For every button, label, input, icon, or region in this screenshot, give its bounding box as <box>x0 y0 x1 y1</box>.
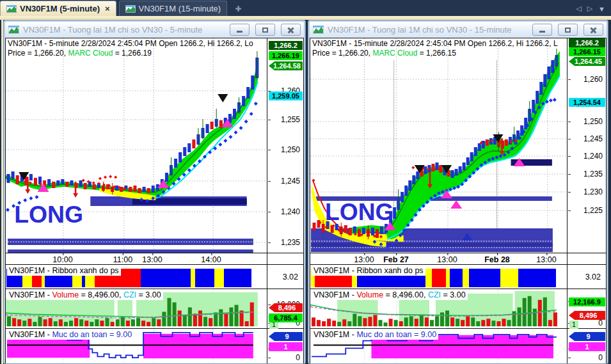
candle <box>143 187 146 192</box>
candle <box>404 186 408 196</box>
tab-scroll-controls: ◁ ▷ ▼ <box>576 4 611 13</box>
volume-bar <box>368 317 372 326</box>
chart-window-5min: VN30F1M - Tuong lai 1M chi so VN30 - 5-m… <box>3 20 306 364</box>
price-label: Price = 1,266.20, <box>8 49 68 58</box>
trailing-stop-dot <box>218 143 222 146</box>
candle <box>233 109 236 119</box>
trailing-stop-dot <box>549 99 553 102</box>
value-chip: 1 <box>569 320 578 329</box>
candle <box>56 180 60 186</box>
volume-bar <box>466 316 470 326</box>
price-plot[interactable]: LONG <box>310 38 567 253</box>
restore-button[interactable] <box>255 24 275 36</box>
ribbon-segment <box>214 269 224 287</box>
scroll-left-icon[interactable]: ◁ <box>576 4 581 13</box>
volume-bar <box>100 320 104 326</box>
chart-window-icon <box>313 26 324 34</box>
candle <box>65 182 68 187</box>
candle <box>362 228 365 234</box>
document-tab-bar: VN30F1M (5-minute) × VN30F1M (15-minute)… <box>0 0 611 16</box>
time-axis-gutter <box>267 253 303 264</box>
candle <box>520 125 523 136</box>
window-titlebar[interactable]: VN30F1M - Tuong lai 1M chi so VN30 - 15-… <box>310 22 607 38</box>
candle <box>313 223 316 230</box>
red-signal-dot <box>99 177 102 180</box>
minimize-icon <box>539 31 545 33</box>
chart-tab-icon <box>6 5 17 13</box>
volume-bar <box>399 321 403 326</box>
price-badge: 1,264.58 <box>269 61 303 70</box>
marc-cloud-label: MARC Cloud <box>68 49 113 58</box>
candle <box>165 173 168 182</box>
candle <box>206 124 209 133</box>
red-signal-dot <box>114 175 117 178</box>
volume-bar <box>69 320 73 326</box>
time-tick: 11:00 <box>113 255 132 264</box>
volume-bar <box>157 319 161 326</box>
move-window-icon[interactable]: ✚ <box>235 4 241 13</box>
volume-bar <box>203 317 207 326</box>
volume-bar <box>486 319 490 326</box>
candle <box>179 152 182 162</box>
volume-axis: 20,00012,166.98,49601 <box>567 289 606 328</box>
time-tick: 13:00 <box>536 255 556 264</box>
candle <box>466 157 470 165</box>
tab-5-minute[interactable]: VN30F1M (5-minute) × <box>0 1 116 16</box>
ribbon-value: 3.02 <box>283 273 298 281</box>
volume-bar <box>337 322 341 326</box>
close-button[interactable] <box>583 24 603 36</box>
trailing-stop-dot <box>553 98 557 102</box>
volume-bar <box>373 315 377 326</box>
candle <box>52 182 55 188</box>
restore-button[interactable] <box>558 24 578 36</box>
ribbon-plot[interactable]: VN30F1M - Ribbon xanh do ps <box>310 265 567 289</box>
volume-plot[interactable]: VN30F1M - Volume = 8,496.00, CZI = 3.00 <box>6 289 267 328</box>
long-signal-text: LONG <box>14 201 83 228</box>
down-arrow-head <box>25 189 30 194</box>
price-plot[interactable]: LONG <box>6 38 267 253</box>
candle <box>451 170 454 178</box>
price-badge: 1,254.54 <box>569 98 605 107</box>
time-axis: 10:0011:0013:0014:00 <box>6 253 267 264</box>
volume-bar <box>54 321 58 326</box>
close-button[interactable] <box>281 24 301 36</box>
safety-axis: 9150 <box>267 329 303 363</box>
marc-cloud <box>6 60 258 197</box>
candle <box>459 166 462 173</box>
ribbon-panel: VN30F1M - Ribbon xanh do ps 3.02 <box>310 264 606 289</box>
safety-plot[interactable]: VN30F1M - Muc do an toan = 9.00 <box>6 329 267 363</box>
volume-bar <box>353 313 356 326</box>
buy-triangle-icon <box>450 200 462 209</box>
value-badge: 8,496 <box>269 303 303 312</box>
volume-bar <box>404 317 408 326</box>
minimize-button[interactable] <box>532 24 552 36</box>
candle <box>431 164 434 171</box>
volume-bar <box>528 296 532 326</box>
candle <box>524 118 527 129</box>
trailing-stop-dot <box>250 112 253 116</box>
ribbon-value: 3.02 <box>585 273 601 281</box>
candle <box>79 180 83 187</box>
price-badge: 1,264.45 <box>569 57 605 66</box>
tab-15-minute[interactable]: VN30F1M (15-minute) <box>119 1 228 16</box>
volume-bar <box>234 305 238 326</box>
candle <box>371 228 374 235</box>
time-tick: 13:00 <box>354 255 374 264</box>
volume-bar <box>22 320 26 326</box>
czi-area <box>399 297 429 326</box>
ribbon-segment <box>500 269 518 287</box>
candle <box>147 188 150 193</box>
minimize-button[interactable] <box>230 24 250 36</box>
window-menu-icon[interactable]: ▼ <box>598 5 605 13</box>
price-tick: 1,260 <box>567 75 603 84</box>
ribbon-plot[interactable]: VN30F1M - Ribbon xanh do ps <box>6 265 267 289</box>
safety-plot[interactable]: VN30F1M - Muc do an toan = 9.00 <box>310 329 567 363</box>
tab-close-icon[interactable]: × <box>105 4 110 13</box>
red-signal-dot <box>104 175 107 178</box>
window-titlebar[interactable]: VN30F1M - Tuong lai 1M chi so VN30 - 5-m… <box>5 22 304 38</box>
tab-label: VN30F1M (15-minute) <box>139 4 221 13</box>
volume-plot[interactable]: VN30F1M - Volume = 8,496.00, CZI = 3.00 <box>310 289 567 328</box>
scroll-right-icon[interactable]: ▷ <box>587 4 592 13</box>
price-tick: 1,230 <box>567 187 603 196</box>
candle <box>474 147 477 156</box>
